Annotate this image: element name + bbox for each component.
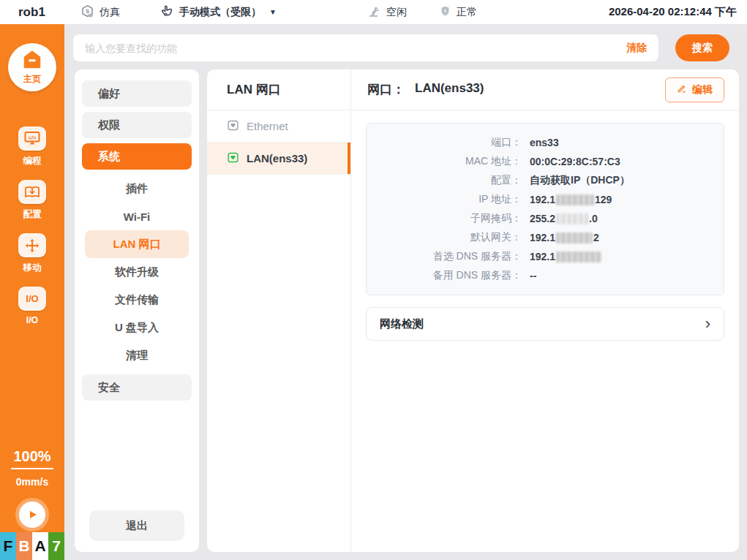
mode-dropdown-caret[interactable]: ▼ — [269, 8, 277, 16]
simulation-status[interactable]: S 仿真 — [80, 0, 120, 24]
play-button[interactable] — [15, 498, 49, 531]
exit-button[interactable]: 退出 — [89, 510, 184, 541]
code-monitor-icon: </> — [18, 126, 46, 151]
ports-panel-title: LAN 网口 — [207, 69, 350, 110]
search-bar: 清除 — [73, 34, 658, 61]
datetime: 2026-04-20 02:12:44 下午 — [609, 0, 737, 24]
port-info-card: 端口： ens33 MAC 地址： 00:0C:29:8C:57:C3 配置： … — [366, 123, 724, 295]
play-icon — [19, 502, 45, 528]
info-row-ip: IP 地址： 192.1 129 — [367, 190, 724, 209]
field-value: 自动获取IP（DHCP） — [530, 174, 630, 187]
field-label: 端口： — [367, 136, 522, 149]
shield-icon — [439, 5, 451, 20]
network-check-row[interactable]: 网络检测 › — [366, 307, 724, 341]
redacted-value — [556, 232, 593, 243]
field-label: 备用 DNS 服务器： — [367, 269, 522, 282]
speed-percentage[interactable]: 100% — [0, 448, 64, 465]
search-button[interactable]: 搜索 — [675, 34, 729, 61]
field-value: -- — [530, 270, 536, 281]
menu-subitem-file-transfer[interactable]: 文件传输 — [85, 286, 189, 314]
hand-mode-icon: 1 — [159, 4, 174, 20]
rail-item-program-label: 编程 — [23, 155, 42, 167]
status-badge-b: B — [16, 532, 32, 560]
settings-menu: 偏好 权限 系统 插件 Wi-Fi LAN 网口 软件升级 文件传输 U 盘导入… — [75, 69, 199, 552]
field-value-prefix: 192.1 — [530, 232, 555, 243]
port-detail-title: 网口： LAN(ens33) — [367, 81, 484, 98]
rail-item-move[interactable]: 移动 — [0, 233, 64, 274]
robot-name: rob1 — [18, 0, 45, 24]
lan-settings-panel: LAN 网口 Ethernet LAN(ens33) 网口： LAN(ens33… — [207, 69, 739, 552]
field-label: IP 地址： — [367, 193, 522, 206]
menu-subitem-usb-import[interactable]: U 盘导入 — [85, 314, 189, 341]
mode-selector[interactable]: 1 手动模式（受限） ▼ — [159, 0, 277, 24]
ethernet-port-icon-active — [227, 151, 239, 166]
field-value-suffix: .0 — [589, 213, 598, 224]
edit-button[interactable]: 编辑 — [665, 77, 724, 102]
menu-item-permissions[interactable]: 权限 — [82, 112, 192, 138]
field-label: MAC 地址： — [367, 155, 522, 168]
port-title-value: LAN(ens33) — [415, 81, 484, 98]
field-value: 00:0C:29:8C:57:C3 — [530, 156, 620, 167]
info-row-subnet: 子网掩码： 255.2 .0 — [367, 209, 724, 228]
port-item-lan-ens33[interactable]: LAN(ens33) — [207, 143, 350, 175]
ethernet-port-icon — [227, 119, 239, 134]
field-value-prefix: 192.1 — [530, 194, 555, 205]
rail-item-home-label: 主页 — [23, 73, 41, 86]
rail-item-config[interactable]: 配置 — [0, 180, 64, 221]
info-row-config: 配置： 自动获取IP（DHCP） — [367, 171, 724, 190]
rail-item-home[interactable]: 主页 — [8, 43, 56, 91]
map-download-icon — [18, 180, 46, 204]
menu-subitem-wifi[interactable]: Wi-Fi — [85, 203, 189, 230]
field-label: 子网掩码： — [367, 212, 522, 225]
rail-item-config-label: 配置 — [23, 208, 42, 221]
simulation-icon: S — [80, 4, 94, 20]
svg-text:S: S — [86, 8, 89, 14]
port-item-label: LAN(ens33) — [247, 152, 307, 164]
menu-subitem-cleanup[interactable]: 清理 — [85, 341, 189, 369]
move-arrows-icon — [18, 233, 46, 257]
mode-label: 手动模式（受限） — [179, 6, 261, 19]
rail-item-program[interactable]: </> 编程 — [0, 126, 64, 167]
port-item-ethernet[interactable]: Ethernet — [207, 110, 350, 143]
svg-text:</>: </> — [29, 134, 37, 140]
info-row-port: 端口： ens33 — [367, 133, 724, 152]
status-badge-f: F — [0, 532, 16, 560]
edit-button-label: 编辑 — [692, 83, 713, 97]
redacted-value — [556, 213, 588, 224]
top-status-bar: rob1 S 仿真 1 手动模式（受限） ▼ 空闲 正常 2026-04-20 … — [0, 0, 747, 24]
search-input[interactable] — [85, 42, 626, 54]
field-label: 首选 DNS 服务器： — [367, 250, 522, 263]
port-title-label: 网口： — [367, 81, 405, 98]
home-icon — [21, 49, 43, 72]
menu-item-system[interactable]: 系统 — [82, 143, 192, 170]
pencil-icon — [677, 83, 687, 96]
rail-item-move-label: 移动 — [23, 262, 42, 274]
field-value: ens33 — [530, 137, 559, 148]
port-item-label: Ethernet — [247, 120, 288, 132]
field-value-prefix: 255.2 — [530, 213, 555, 224]
field-label: 默认网关： — [367, 231, 522, 244]
robot-arm-icon — [367, 4, 381, 20]
menu-subitem-lan[interactable]: LAN 网口 — [85, 230, 189, 258]
speed-underline — [11, 468, 53, 469]
clear-button[interactable]: 清除 — [626, 42, 647, 55]
network-check-label: 网络检测 — [380, 317, 424, 331]
safety-state-label: 正常 — [457, 6, 477, 19]
menu-subitem-software-update[interactable]: 软件升级 — [85, 258, 189, 286]
safety-state: 正常 — [439, 0, 477, 24]
left-rail: 主页 </> 编程 配置 移动 I/O I/O 100% 0mm/s — [0, 24, 64, 532]
menu-subitem-plugins[interactable]: 插件 — [85, 175, 189, 203]
rail-item-io-label: I/O — [26, 315, 39, 325]
field-label: 配置： — [367, 174, 522, 187]
robot-state-label: 空闲 — [386, 6, 407, 19]
port-detail-header: 网口： LAN(ens33) 编辑 — [351, 69, 739, 110]
rail-item-io[interactable]: I/O I/O — [0, 287, 64, 325]
menu-item-security[interactable]: 安全 — [82, 374, 192, 401]
redacted-value — [556, 194, 594, 205]
speed-mms: 0mm/s — [0, 476, 64, 488]
info-row-dns-secondary: 备用 DNS 服务器： -- — [367, 266, 724, 285]
info-row-mac: MAC 地址： 00:0C:29:8C:57:C3 — [367, 152, 724, 171]
chevron-right-icon: › — [705, 316, 710, 332]
field-value-suffix: 2 — [593, 232, 599, 243]
menu-item-preferences[interactable]: 偏好 — [82, 80, 192, 107]
